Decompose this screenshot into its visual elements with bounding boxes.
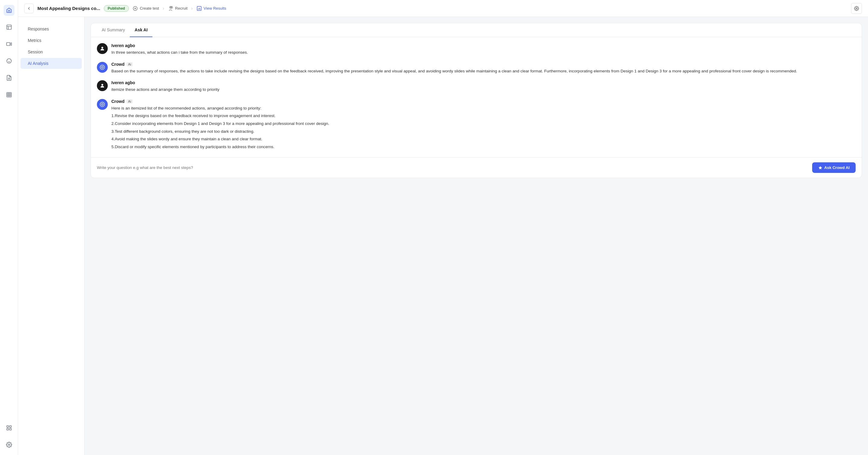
main-panel: AI Summary Ask AI	[85, 17, 868, 455]
message-text-1: In three sentences, what actions can i t…	[112, 49, 856, 56]
sidebar-item-responses[interactable]: Responses	[21, 24, 82, 34]
svg-point-26	[856, 8, 857, 9]
main-area: Most Appealing Designs co... Published C…	[18, 0, 868, 455]
ai-list-item-4: 4.Avoid making the slides wordy and ensu…	[112, 136, 856, 142]
svg-point-2	[7, 59, 11, 63]
sidebar	[0, 0, 18, 455]
tab-ask-ai[interactable]: Ask AI	[130, 23, 152, 37]
home-icon[interactable]	[4, 5, 14, 16]
emoji-icon[interactable]	[4, 56, 14, 66]
message-sender-1: Iveren agbo	[112, 43, 856, 48]
chat-body: Iveren agbo In three sentences, what act…	[91, 37, 862, 157]
create-test-step[interactable]: Create test	[132, 6, 159, 11]
create-test-label: Create test	[140, 6, 159, 10]
svg-rect-12	[7, 426, 8, 427]
recruit-label: Recruit	[175, 6, 187, 10]
sender-name-1: Iveren agbo	[112, 43, 135, 48]
svg-rect-15	[9, 428, 11, 430]
svg-point-28	[101, 84, 103, 86]
content-layout: Responses Metrics Session AI Analysis AI…	[18, 17, 868, 455]
chat-message-1: Iveren agbo In three sentences, what act…	[97, 43, 856, 56]
sender-name-2: Crowd	[112, 62, 125, 67]
sidebar-item-session[interactable]: Session	[21, 46, 82, 57]
chat-card: AI Summary Ask AI	[91, 23, 862, 178]
message-sender-4: Crowd Ai	[112, 99, 856, 104]
svg-rect-14	[7, 428, 8, 430]
sep1: ›	[163, 6, 164, 11]
svg-point-16	[8, 444, 10, 446]
sender-name-3: Iveren agbo	[112, 80, 135, 85]
view-results-step[interactable]: View Results	[196, 6, 226, 11]
chat-message-2: Crowd Ai Based on the summary of respons…	[97, 62, 856, 74]
message-content-2: Crowd Ai Based on the summary of respons…	[112, 62, 856, 74]
ai-avatar-1	[97, 62, 108, 73]
settings-button[interactable]	[851, 3, 862, 14]
svg-rect-1	[6, 42, 10, 45]
svg-rect-13	[9, 426, 11, 427]
settings-icon[interactable]	[4, 439, 14, 450]
page-title: Most Appealing Designs co...	[37, 6, 100, 11]
message-sender-3: Iveren agbo	[112, 80, 856, 85]
message-text-4: Here is an itemized list of the recommen…	[112, 105, 856, 150]
sep2: ›	[191, 6, 192, 11]
sidebar-item-ai-analysis[interactable]: AI Analysis	[21, 58, 82, 69]
svg-rect-7	[7, 93, 11, 97]
chat-input-area: Ask Crowd AI	[91, 157, 862, 178]
message-content-3: Iveren agbo itemize these actions and ar…	[112, 80, 856, 93]
table-icon[interactable]	[4, 89, 14, 100]
video-icon[interactable]	[4, 39, 14, 50]
ask-crowd-button[interactable]: Ask Crowd AI	[812, 162, 856, 173]
status-badge: Published	[104, 5, 129, 12]
topnav: Most Appealing Designs co... Published C…	[18, 0, 868, 17]
user-avatar-1	[97, 43, 108, 54]
ai-list-item-1: 1.Revise the designs based on the feedba…	[112, 112, 856, 119]
ai-list-intro: Here is an itemized list of the recommen…	[112, 105, 856, 111]
chat-message-4: Crowd Ai Here is an itemized list of the…	[97, 99, 856, 152]
box-icon[interactable]	[4, 22, 14, 33]
apps-icon[interactable]	[4, 422, 14, 433]
svg-point-27	[101, 47, 103, 48]
message-content-4: Crowd Ai Here is an itemized list of the…	[112, 99, 856, 152]
chat-message-3: Iveren agbo itemize these actions and ar…	[97, 80, 856, 93]
back-button[interactable]	[24, 4, 34, 13]
view-results-label: View Results	[204, 6, 226, 10]
ai-list-item-2: 2.Consider incorporating elements from D…	[112, 120, 856, 127]
user-avatar-2	[97, 80, 108, 91]
message-sender-2: Crowd Ai	[112, 62, 856, 67]
ai-badge-2: Ai	[126, 99, 133, 103]
ask-crowd-label: Ask Crowd AI	[824, 165, 849, 170]
message-text-3: itemize these actions and arrange them a…	[112, 86, 856, 93]
ai-avatar-2	[97, 99, 108, 110]
document-icon[interactable]	[4, 72, 14, 83]
tab-ai-summary[interactable]: AI Summary	[97, 23, 130, 37]
tabs: AI Summary Ask AI	[91, 23, 862, 37]
svg-rect-0	[7, 25, 11, 30]
recruit-step[interactable]: Recruit	[168, 6, 187, 11]
ai-list-item-3: 3.Test different background colors, ensu…	[112, 128, 856, 135]
sidebar-item-metrics[interactable]: Metrics	[21, 35, 82, 46]
ai-list-item-5: 5.Discard or modify specific elements me…	[112, 143, 856, 150]
left-nav: Responses Metrics Session AI Analysis	[18, 17, 85, 455]
message-text-2: Based on the summary of responses, the a…	[112, 68, 856, 74]
message-content-1: Iveren agbo In three sentences, what act…	[112, 43, 856, 56]
chat-input[interactable]	[97, 165, 809, 170]
sender-name-4: Crowd	[112, 99, 125, 104]
ai-badge-1: Ai	[126, 62, 133, 66]
